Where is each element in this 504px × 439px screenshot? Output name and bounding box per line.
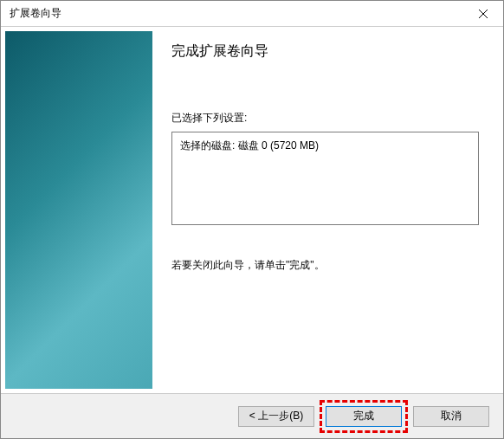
instruction-text: 若要关闭此向导，请单击"完成"。: [171, 258, 479, 273]
back-button[interactable]: < 上一步(B): [238, 406, 314, 427]
page-heading: 完成扩展卷向导: [171, 42, 479, 61]
wizard-window: 扩展卷向导 完成扩展卷向导 已选择下列设置: 选择的磁盘: 磁盘 0 (5720…: [0, 0, 504, 439]
titlebar: 扩展卷向导: [1, 1, 503, 27]
button-bar: < 上一步(B) 完成 取消: [1, 393, 503, 438]
body-area: 完成扩展卷向导 已选择下列设置: 选择的磁盘: 磁盘 0 (5720 MB) 若…: [1, 27, 503, 393]
content-area: 完成扩展卷向导 已选择下列设置: 选择的磁盘: 磁盘 0 (5720 MB) 若…: [152, 27, 503, 393]
finish-highlight: 完成: [320, 400, 408, 433]
selected-settings-box: 选择的磁盘: 磁盘 0 (5720 MB): [171, 132, 479, 225]
selected-settings-value: 选择的磁盘: 磁盘 0 (5720 MB): [180, 139, 319, 152]
close-button[interactable]: [463, 1, 503, 27]
finish-button[interactable]: 完成: [326, 406, 402, 427]
wizard-sidebar-image: [5, 31, 152, 389]
selected-settings-label: 已选择下列设置:: [171, 111, 479, 126]
window-title: 扩展卷向导: [1, 6, 61, 21]
cancel-button[interactable]: 取消: [413, 406, 489, 427]
close-icon: [479, 10, 488, 18]
